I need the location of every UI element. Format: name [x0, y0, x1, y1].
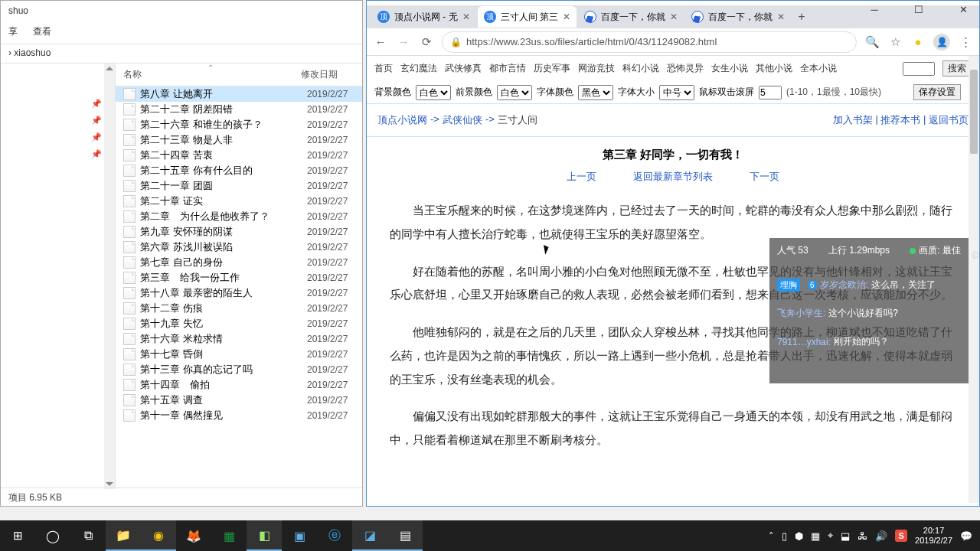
action-center-icon[interactable]: 💬	[960, 530, 972, 542]
file-row[interactable]: 第十五章 调查2019/2/27	[116, 393, 362, 408]
tab-close-icon[interactable]: ✕	[670, 11, 678, 22]
file-row[interactable]: 第十四章 偷拍2019/2/27	[116, 377, 362, 393]
tray-network-icon[interactable]: 🖧	[858, 530, 867, 542]
nav-link[interactable]: 都市言情	[489, 62, 526, 75]
nav-link[interactable]: 首页	[374, 62, 393, 75]
taskbar-ie[interactable]: ⓔ	[317, 520, 352, 551]
browser-tab[interactable]: 顶顶点小说网 - 无✕	[371, 6, 476, 28]
file-row[interactable]: 第十八章 最亲密的陌生人2019/2/27	[116, 285, 362, 301]
new-tab-button[interactable]: +	[792, 10, 811, 24]
font-size-select[interactable]: 中号	[659, 85, 694, 100]
tray-volume-icon[interactable]: 🔊	[875, 530, 887, 542]
site-search-input[interactable]	[903, 62, 935, 76]
save-settings-button[interactable]: 保存设置	[913, 84, 961, 100]
close-button[interactable]: ✕	[952, 4, 975, 15]
maximize-button[interactable]: ☐	[907, 4, 930, 15]
toolbar-item[interactable]: 享	[8, 25, 18, 41]
bookmark-star-icon[interactable]: ☆	[887, 35, 903, 49]
extension-icon[interactable]: ●	[910, 35, 926, 48]
fg-color-select[interactable]: 白色	[497, 85, 532, 100]
toolbar-item[interactable]: 查看	[33, 25, 51, 41]
nav-link[interactable]: 玄幻魔法	[400, 62, 437, 75]
scroll-speed-input[interactable]	[759, 86, 782, 99]
forward-button[interactable]: →	[396, 35, 411, 48]
nav-link[interactable]: 其他小说	[756, 62, 792, 75]
taskbar-explorer[interactable]: 📁	[106, 520, 141, 551]
cortana-button[interactable]: ◯	[35, 520, 70, 551]
tab-close-icon[interactable]: ✕	[563, 11, 570, 22]
file-row[interactable]: 第十一章 偶然撞见2019/2/27	[116, 408, 362, 423]
file-row[interactable]: 第二十五章 你有什么目的2019/2/27	[116, 163, 362, 178]
col-date[interactable]: 修改日期	[301, 68, 338, 81]
file-row[interactable]: 第三章 给我一份工作2019/2/27	[116, 270, 362, 285]
file-row[interactable]: 第十三章 你真的忘记了吗2019/2/27	[116, 362, 362, 377]
recommend-link[interactable]: 推荐本书	[880, 113, 920, 127]
crumb-home[interactable]: 顶点小说网	[377, 113, 427, 127]
column-headers[interactable]: ⌃ 名称 修改日期	[116, 64, 362, 86]
next-page-link[interactable]: 下一页	[750, 171, 779, 182]
page-scrollbar[interactable]	[969, 56, 979, 503]
prev-page-link[interactable]: 上一页	[567, 171, 596, 182]
nav-link[interactable]: 女生小说	[711, 62, 748, 75]
tray-ime-icon[interactable]: S	[895, 530, 907, 542]
address-bar[interactable]: 🔒 https://www.23us.so/files/article/html…	[442, 31, 857, 53]
task-view-button[interactable]: ⧉	[70, 520, 106, 551]
browser-tab[interactable]: 百度一下，你就✕	[578, 6, 684, 28]
font-color-select[interactable]: 黑色	[578, 85, 613, 100]
tab-close-icon[interactable]: ✕	[462, 11, 470, 22]
browser-tab[interactable]: 百度一下，你就✕	[685, 6, 791, 28]
taskbar-clock[interactable]: 20:172019/2/27	[915, 526, 952, 546]
file-row[interactable]: 第二十四章 苦衷2019/2/27	[116, 148, 362, 163]
menu-icon[interactable]: ⋮	[958, 35, 973, 49]
taskbar-notepad[interactable]: ▤	[387, 520, 423, 551]
taskbar-pycharm[interactable]: ◧	[247, 520, 282, 551]
file-row[interactable]: 第十六章 米粒求情2019/2/27	[116, 331, 362, 347]
taskbar-app2[interactable]: ◪	[352, 520, 387, 551]
site-search-button[interactable]: 搜索	[942, 60, 972, 77]
file-row[interactable]: 第十二章 伤痕2019/2/27	[116, 301, 362, 316]
file-row[interactable]: 第六章 苏浅川被误陷2019/2/27	[116, 240, 362, 255]
chapter-list-link[interactable]: 返回最新章节列表	[633, 171, 713, 182]
browser-tab[interactable]: 顶三寸人间 第三✕	[478, 6, 577, 28]
file-row[interactable]: 第九章 安怀瑾的阴谋2019/2/27	[116, 224, 362, 240]
nav-link[interactable]: 历史军事	[534, 62, 570, 75]
start-button[interactable]: ⊞	[0, 520, 35, 551]
tray-icon[interactable]: ⬓	[841, 530, 850, 542]
file-row[interactable]: 第二十二章 阴差阳错2019/2/27	[116, 102, 362, 117]
nav-link[interactable]: 武侠修真	[445, 62, 482, 75]
file-row[interactable]: 第二十一章 团圆2019/2/27	[116, 178, 362, 194]
taskbar-excel[interactable]: ▦	[211, 520, 247, 551]
taskbar-firefox[interactable]: 🦊	[176, 520, 211, 551]
tray-icon[interactable]: ▦	[811, 530, 820, 542]
nav-link[interactable]: 全本小说	[800, 62, 837, 75]
profile-avatar[interactable]: 👤	[933, 34, 950, 51]
search-icon[interactable]: 🔍	[864, 35, 880, 49]
file-row[interactable]: 第二十六章 和谁生的孩子？2019/2/27	[116, 117, 362, 132]
bg-color-select[interactable]: 白色	[416, 85, 451, 100]
return-link[interactable]: 返回书页	[929, 113, 969, 127]
file-row[interactable]: 第十九章 失忆2019/2/27	[116, 316, 362, 331]
explorer-address[interactable]: › xiaoshuo	[1, 44, 362, 64]
tray-icon[interactable]: ⌖	[828, 530, 833, 542]
taskbar-chrome[interactable]: ◉	[141, 520, 176, 551]
tray-icon[interactable]: ▯	[782, 530, 787, 542]
crumb-cat[interactable]: 武侠仙侠	[443, 113, 482, 127]
tab-close-icon[interactable]: ✕	[777, 11, 785, 22]
file-row[interactable]: 第二十章 证实2019/2/27	[116, 194, 362, 209]
tray-up-icon[interactable]: ˄	[769, 530, 774, 542]
back-button[interactable]: ←	[373, 35, 388, 48]
add-shelf-link[interactable]: 加入书架	[833, 113, 873, 127]
overlay-gear-icon[interactable]: ⚙	[971, 249, 979, 261]
tray-icon[interactable]: ⬢	[795, 530, 803, 542]
reload-button[interactable]: ⟳	[419, 35, 434, 49]
file-row[interactable]: 第二十三章 物是人非2019/2/27	[116, 132, 362, 148]
file-row[interactable]: 第十七章 昏倒2019/2/27	[116, 347, 362, 362]
minimize-button[interactable]: ─	[863, 4, 886, 15]
taskbar-app[interactable]: ▣	[282, 520, 317, 551]
file-row[interactable]: 第二章 为什么是他收养了？2019/2/27	[116, 209, 362, 224]
nav-link[interactable]: 网游竞技	[578, 62, 615, 75]
nav-link[interactable]: 恐怖灵异	[667, 62, 704, 75]
nav-link[interactable]: 科幻小说	[622, 62, 659, 75]
file-row[interactable]: 第七章 自己的身份2019/2/27	[116, 255, 362, 270]
file-row[interactable]: 第八章 让她离开2019/2/27	[116, 86, 362, 102]
